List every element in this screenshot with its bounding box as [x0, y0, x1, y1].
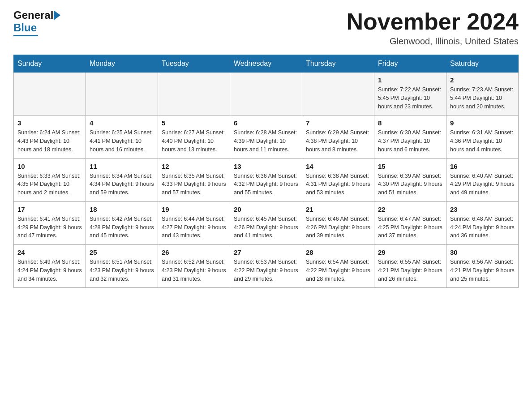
day-info: Sunrise: 6:49 AM Sunset: 4:24 PM Dayligh… — [17, 258, 82, 283]
calendar-cell — [302, 73, 374, 116]
day-number: 9 — [450, 119, 515, 127]
calendar-cell: 10Sunrise: 6:33 AM Sunset: 4:35 PM Dayli… — [14, 158, 86, 201]
day-info: Sunrise: 6:33 AM Sunset: 4:35 PM Dayligh… — [17, 172, 82, 197]
calendar-cell: 9Sunrise: 6:31 AM Sunset: 4:36 PM Daylig… — [446, 116, 519, 158]
day-number: 13 — [234, 163, 298, 170]
calendar-cell: 26Sunrise: 6:52 AM Sunset: 4:23 PM Dayli… — [158, 245, 230, 288]
calendar-cell: 21Sunrise: 6:46 AM Sunset: 4:26 PM Dayli… — [302, 201, 374, 244]
weekday-header-row: SundayMondayTuesdayWednesdayThursdayFrid… — [14, 55, 519, 73]
calendar-cell: 13Sunrise: 6:36 AM Sunset: 4:32 PM Dayli… — [230, 158, 302, 201]
calendar-table: SundayMondayTuesdayWednesdayThursdayFrid… — [13, 55, 519, 288]
calendar-week-row: 17Sunrise: 6:41 AM Sunset: 4:29 PM Dayli… — [14, 201, 519, 244]
calendar-cell: 20Sunrise: 6:45 AM Sunset: 4:26 PM Dayli… — [230, 201, 302, 244]
day-number: 19 — [162, 206, 226, 213]
day-info: Sunrise: 6:51 AM Sunset: 4:23 PM Dayligh… — [90, 258, 154, 283]
calendar-cell: 1Sunrise: 7:22 AM Sunset: 5:45 PM Daylig… — [374, 73, 446, 116]
calendar-cell: 12Sunrise: 6:35 AM Sunset: 4:33 PM Dayli… — [158, 158, 230, 201]
day-number: 14 — [306, 163, 370, 170]
day-info: Sunrise: 6:56 AM Sunset: 4:21 PM Dayligh… — [450, 258, 515, 283]
day-info: Sunrise: 6:42 AM Sunset: 4:28 PM Dayligh… — [90, 215, 154, 240]
day-number: 21 — [306, 206, 370, 213]
day-info: Sunrise: 6:38 AM Sunset: 4:31 PM Dayligh… — [306, 172, 370, 197]
day-number: 3 — [17, 119, 82, 127]
day-number: 25 — [90, 248, 154, 256]
calendar-cell: 3Sunrise: 6:24 AM Sunset: 4:43 PM Daylig… — [14, 116, 86, 158]
day-info: Sunrise: 6:44 AM Sunset: 4:27 PM Dayligh… — [162, 215, 226, 240]
day-info: Sunrise: 6:29 AM Sunset: 4:38 PM Dayligh… — [306, 128, 370, 154]
title-area: November 2024 Glenwood, Illinois, United… — [347, 9, 519, 47]
day-info: Sunrise: 6:54 AM Sunset: 4:22 PM Dayligh… — [306, 258, 370, 283]
logo: General Blue — [13, 9, 60, 36]
day-number: 20 — [234, 206, 298, 213]
day-number: 18 — [90, 206, 154, 213]
calendar-cell: 24Sunrise: 6:49 AM Sunset: 4:24 PM Dayli… — [14, 245, 86, 288]
logo-general-text: General — [13, 9, 53, 21]
calendar-cell: 11Sunrise: 6:34 AM Sunset: 4:34 PM Dayli… — [86, 158, 158, 201]
day-number: 5 — [162, 119, 226, 127]
day-info: Sunrise: 6:31 AM Sunset: 4:36 PM Dayligh… — [450, 128, 515, 154]
day-info: Sunrise: 6:53 AM Sunset: 4:22 PM Dayligh… — [234, 258, 298, 283]
day-number: 26 — [162, 248, 226, 256]
day-info: Sunrise: 6:52 AM Sunset: 4:23 PM Dayligh… — [162, 258, 226, 283]
logo-underline — [13, 35, 38, 36]
day-info: Sunrise: 6:34 AM Sunset: 4:34 PM Dayligh… — [90, 172, 154, 197]
day-number: 27 — [234, 248, 298, 256]
day-number: 7 — [306, 119, 370, 127]
logo-blue-text: Blue — [13, 21, 37, 34]
calendar-cell: 30Sunrise: 6:56 AM Sunset: 4:21 PM Dayli… — [446, 245, 519, 288]
calendar-week-row: 10Sunrise: 6:33 AM Sunset: 4:35 PM Dayli… — [14, 158, 519, 201]
calendar-cell: 23Sunrise: 6:48 AM Sunset: 4:24 PM Dayli… — [446, 201, 519, 244]
calendar-cell: 16Sunrise: 6:40 AM Sunset: 4:29 PM Dayli… — [446, 158, 519, 201]
day-number: 15 — [378, 163, 442, 170]
weekday-header-monday: Monday — [86, 55, 158, 73]
calendar-cell: 6Sunrise: 6:28 AM Sunset: 4:39 PM Daylig… — [230, 116, 302, 158]
calendar-cell: 27Sunrise: 6:53 AM Sunset: 4:22 PM Dayli… — [230, 245, 302, 288]
weekday-header-wednesday: Wednesday — [230, 55, 302, 73]
day-info: Sunrise: 6:47 AM Sunset: 4:25 PM Dayligh… — [378, 215, 442, 240]
calendar-cell — [14, 73, 86, 116]
calendar-cell: 19Sunrise: 6:44 AM Sunset: 4:27 PM Dayli… — [158, 201, 230, 244]
day-info: Sunrise: 6:24 AM Sunset: 4:43 PM Dayligh… — [17, 128, 82, 154]
calendar-cell: 14Sunrise: 6:38 AM Sunset: 4:31 PM Dayli… — [302, 158, 374, 201]
day-number: 1 — [378, 76, 442, 84]
day-info: Sunrise: 6:28 AM Sunset: 4:39 PM Dayligh… — [234, 128, 298, 154]
calendar-cell — [158, 73, 230, 116]
month-title: November 2024 — [347, 9, 519, 34]
calendar-cell: 2Sunrise: 7:23 AM Sunset: 5:44 PM Daylig… — [446, 73, 519, 116]
day-info: Sunrise: 6:27 AM Sunset: 4:40 PM Dayligh… — [162, 128, 226, 154]
logo-triangle-icon — [54, 10, 60, 20]
day-number: 17 — [17, 206, 82, 213]
calendar-cell — [230, 73, 302, 116]
day-number: 6 — [234, 119, 298, 127]
day-number: 24 — [17, 248, 82, 256]
calendar-cell — [86, 73, 158, 116]
calendar-week-row: 1Sunrise: 7:22 AM Sunset: 5:45 PM Daylig… — [14, 73, 519, 116]
day-info: Sunrise: 7:22 AM Sunset: 5:45 PM Dayligh… — [378, 86, 442, 111]
day-info: Sunrise: 6:46 AM Sunset: 4:26 PM Dayligh… — [306, 215, 370, 240]
weekday-header-thursday: Thursday — [302, 55, 374, 73]
day-info: Sunrise: 6:40 AM Sunset: 4:29 PM Dayligh… — [450, 172, 515, 197]
day-number: 11 — [90, 163, 154, 170]
day-info: Sunrise: 6:36 AM Sunset: 4:32 PM Dayligh… — [234, 172, 298, 197]
calendar-cell: 15Sunrise: 6:39 AM Sunset: 4:30 PM Dayli… — [374, 158, 446, 201]
day-number: 8 — [378, 119, 442, 127]
calendar-cell: 7Sunrise: 6:29 AM Sunset: 4:38 PM Daylig… — [302, 116, 374, 158]
day-info: Sunrise: 6:55 AM Sunset: 4:21 PM Dayligh… — [378, 258, 442, 283]
day-info: Sunrise: 6:30 AM Sunset: 4:37 PM Dayligh… — [378, 128, 442, 154]
day-number: 29 — [378, 248, 442, 256]
weekday-header-sunday: Sunday — [14, 55, 86, 73]
weekday-header-tuesday: Tuesday — [158, 55, 230, 73]
day-info: Sunrise: 7:23 AM Sunset: 5:44 PM Dayligh… — [450, 86, 515, 111]
calendar-cell: 18Sunrise: 6:42 AM Sunset: 4:28 PM Dayli… — [86, 201, 158, 244]
day-number: 28 — [306, 248, 370, 256]
weekday-header-friday: Friday — [374, 55, 446, 73]
calendar-cell: 5Sunrise: 6:27 AM Sunset: 4:40 PM Daylig… — [158, 116, 230, 158]
calendar-cell: 29Sunrise: 6:55 AM Sunset: 4:21 PM Dayli… — [374, 245, 446, 288]
calendar-cell: 28Sunrise: 6:54 AM Sunset: 4:22 PM Dayli… — [302, 245, 374, 288]
calendar-cell: 4Sunrise: 6:25 AM Sunset: 4:41 PM Daylig… — [86, 116, 158, 158]
day-info: Sunrise: 6:39 AM Sunset: 4:30 PM Dayligh… — [378, 172, 442, 197]
calendar-cell: 8Sunrise: 6:30 AM Sunset: 4:37 PM Daylig… — [374, 116, 446, 158]
day-number: 30 — [450, 248, 515, 256]
day-number: 22 — [378, 206, 442, 213]
location-text: Glenwood, Illinois, United States — [347, 36, 519, 47]
